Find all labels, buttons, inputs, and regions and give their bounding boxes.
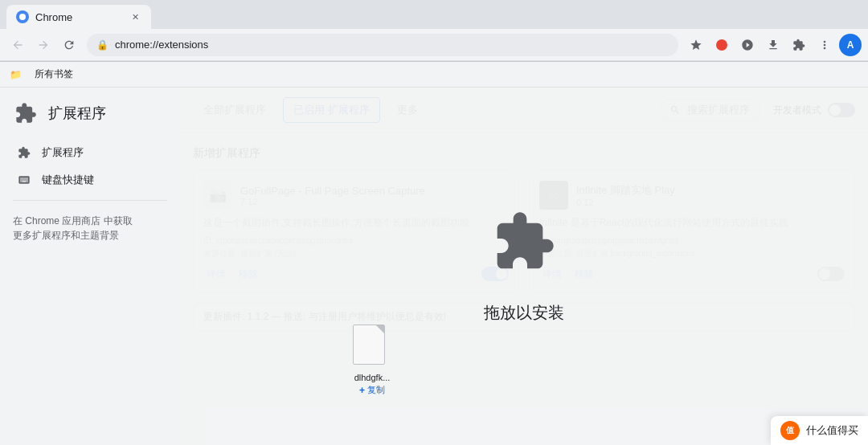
watermark-text: 什么值得买 [806,423,858,438]
browser-chrome: Chrome ✕ 🔒 chrome://extensions [0,0,868,62]
file-icon [353,325,391,369]
extension-puzzle-button[interactable] [710,34,733,56]
sidebar: 扩展程序 扩展程序 键盘快捷键 在 Chrome 应用商店 中获取 更多扩展程序… [0,88,180,445]
sidebar-item-shortcuts[interactable]: 键盘快捷键 [6,166,167,194]
sidebar-info-line2: 更多扩展程序和主题背景 [13,228,167,243]
sidebar-header: 扩展程序 [0,100,180,139]
extensions-button[interactable] [788,34,810,56]
address-bar[interactable]: 🔒 chrome://extensions [87,34,678,56]
bookmarks-folder-icon: 📁 [10,69,22,80]
profile-button[interactable]: A [839,34,862,56]
tab-favicon [16,10,29,23]
main-content: 扩展程序 扩展程序 键盘快捷键 在 Chrome 应用商店 中获取 更多扩展程序… [0,88,868,445]
file-name: dlhdgfk... [354,373,391,382]
extensions-logo [13,100,39,126]
lock-icon: 🔒 [96,39,108,51]
refresh-button[interactable] [58,34,80,56]
address-text: chrome://extensions [115,39,669,51]
keyboard-icon [16,174,32,186]
drag-drop-overlay: 拖放以安装 [180,88,868,445]
sidebar-item-extensions-label: 扩展程序 [42,145,84,160]
copy-badge: 复制 [359,384,385,396]
file-drag-preview: dlhdgfk... 复制 [353,325,391,396]
sidebar-title: 扩展程序 [48,104,106,123]
watermark-icon: 值 [780,421,800,440]
download-button[interactable] [762,34,784,56]
sidebar-item-extensions[interactable]: 扩展程序 [6,139,167,166]
sidebar-nav: 扩展程序 键盘快捷键 [0,139,180,194]
file-body [353,325,385,365]
tab-close-button[interactable]: ✕ [129,10,141,23]
tab-label: Chrome [35,11,72,23]
watermark: 值 什么值得买 [771,416,868,445]
sidebar-chrome-webstore-info: 在 Chrome 应用商店 中获取 更多扩展程序和主题背景 [0,207,180,249]
tab-bar: Chrome ✕ [0,0,868,29]
nav-bar: 🔒 chrome://extensions A [0,29,868,61]
extensions-nav-icon [16,146,32,159]
nav-actions: A [685,34,862,56]
drag-text: 拖放以安装 [484,302,564,324]
sidebar-info-line1: 在 Chrome 应用商店 中获取 [13,214,167,228]
sidebar-divider [13,200,167,201]
active-tab[interactable]: Chrome ✕ [6,5,151,29]
sidebar-item-shortcuts-label: 键盘快捷键 [42,173,94,187]
drag-puzzle-icon [492,210,556,289]
extensions-area: 全部扩展程序 已启用 扩展程序 更多 搜索扩展程序 开发者模式 新增扩展程序 [180,88,868,445]
media-button[interactable] [736,34,759,56]
bookmarks-bar: 📁 所有书签 [0,62,868,88]
forward-button[interactable] [32,34,55,56]
back-button[interactable] [6,34,29,56]
watermark-icon-text: 值 [786,425,794,436]
menu-button[interactable] [813,34,836,56]
file-corner [376,325,384,333]
star-button[interactable] [685,34,707,56]
bookmarks-label[interactable]: 所有书签 [28,64,80,84]
